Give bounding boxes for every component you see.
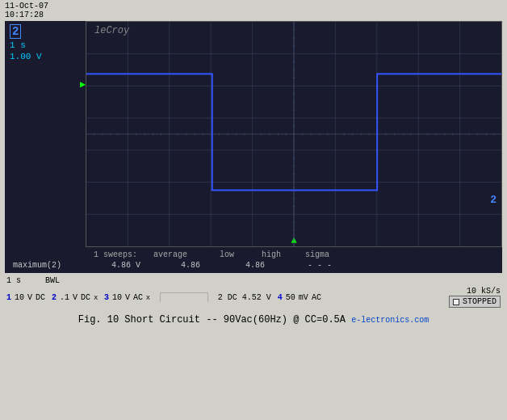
time-div: 1 s	[10, 40, 81, 50]
meas-col-high: high	[262, 250, 281, 259]
caption-text: Fig. 10 Short Circuit -- 90Vac(60Hz) @ C…	[78, 314, 346, 326]
ch3-row: 3 10 V AC X	[104, 293, 150, 302]
ch1-val: 10	[15, 293, 24, 302]
channel-label: 2	[10, 24, 21, 39]
bwl-label: BWL	[45, 276, 60, 285]
ch2-row: 2 .1 V DC X	[52, 293, 98, 302]
sample-rate: 10 kS/s	[449, 287, 501, 296]
ch4-coupling: AC	[312, 293, 321, 302]
ch4-unit: mV	[299, 293, 308, 302]
ch2-coupling: DC	[81, 293, 90, 302]
meas-low-val: 4.86	[158, 261, 223, 270]
date: 11-Oct-07	[5, 2, 48, 10]
bottom-row1: 1 s BWL	[6, 276, 501, 285]
bottom-info: 1 s BWL 1 10 V DC 2 .1 V DC X 3 10 V AC …	[0, 273, 507, 311]
waveform-svg	[86, 22, 501, 246]
meas-avg-val: 4.86 V	[94, 261, 158, 270]
stopped-label: STOPPED	[463, 297, 497, 306]
ch2-val: .1	[60, 293, 69, 302]
datetime: 11-Oct-07 10:17:28	[5, 2, 48, 19]
ch2-unit: V	[73, 293, 78, 302]
ch1-unit: V	[27, 293, 32, 302]
ch3-coupling: AC	[133, 293, 143, 302]
caption-brand: e-	[351, 316, 361, 325]
stopped-badge: STOPPED	[449, 296, 501, 308]
ch4-num: 4	[278, 293, 283, 302]
trigger-arrow: ▶	[80, 78, 86, 90]
left-panel: 2 1 s 1.00 V	[5, 21, 86, 247]
right-info: 10 kS/s STOPPED	[449, 287, 501, 308]
meas-col-sigma: sigma	[305, 250, 329, 259]
measurements-area: 1 sweeps: average low high sigma maximum…	[5, 247, 502, 273]
meas-high-val: 4.86	[223, 261, 287, 270]
scope-screen: leCroy ▶ 2 ▲	[86, 21, 502, 247]
ch4-row: 4 50 mV AC	[278, 293, 321, 302]
ch2-num: 2	[52, 293, 57, 302]
pulse-shape-icon	[160, 292, 208, 302]
ch1-row: 1 10 V DC	[6, 293, 45, 302]
scope-container: 2 1 s 1.00 V leCroy ▶ 2 ▲	[5, 21, 502, 247]
meas-sigma-val: - - -	[287, 261, 352, 270]
ch3-val: 10	[112, 293, 122, 302]
ch3-sub: X	[146, 294, 150, 301]
meas-col-average: average	[153, 250, 187, 259]
ch1-coupling: DC	[36, 293, 45, 302]
ch4-val: 50	[286, 293, 295, 302]
meas-col-low: low	[220, 250, 234, 259]
ch3-num: 3	[104, 293, 109, 302]
trig-info: 2 DC 4.52 V	[218, 293, 271, 302]
caption-brand2: lectronics.com	[361, 316, 429, 325]
meas-name: maximum(2)	[13, 261, 94, 270]
bottom-row2: 1 10 V DC 2 .1 V DC X 3 10 V AC X 2 DC 4…	[6, 287, 501, 308]
stopped-indicator	[453, 299, 459, 305]
ch1-num: 1	[6, 293, 11, 302]
top-bar: 11-Oct-07 10:17:28	[0, 0, 507, 21]
ch3-unit: V	[125, 293, 130, 302]
time-scale: 1 s	[6, 276, 21, 285]
time: 10:17:28	[5, 10, 48, 19]
meas-values: maximum(2) 4.86 V 4.86 4.86 - - -	[13, 261, 494, 270]
ch2-sub: X	[94, 294, 98, 301]
volt-div: 1.00 V	[10, 52, 81, 61]
meas-col-sweeps: 1 sweeps:	[94, 250, 137, 259]
caption: Fig. 10 Short Circuit -- 90Vac(60Hz) @ C…	[0, 311, 507, 329]
meas-header: 1 sweeps: average low high sigma	[13, 250, 494, 259]
